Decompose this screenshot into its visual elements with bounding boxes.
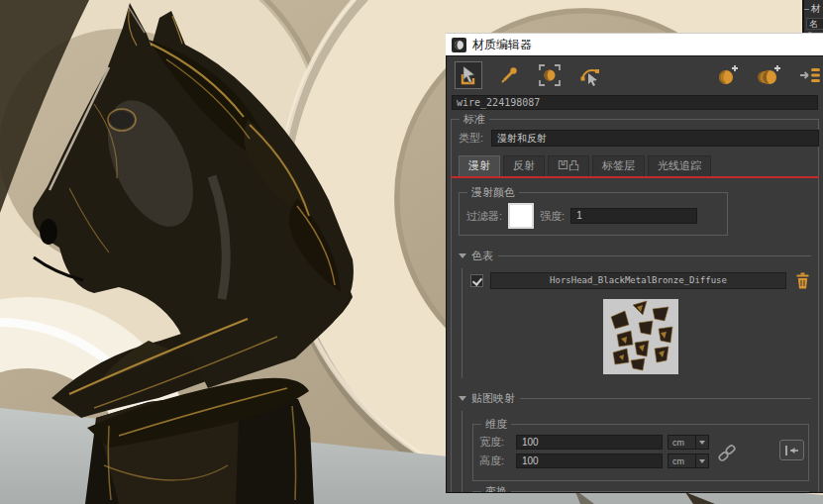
transform-group: 变换 偏移 U: 0 cm — [472, 491, 809, 493]
select-tool-button[interactable] — [455, 61, 482, 89]
right-side-panel-sliver: 材 名 Cu — [802, 0, 823, 33]
type-label: 类型: — [459, 131, 483, 146]
material-editor-window: 材质编辑器 — [446, 33, 823, 493]
sliver-label-3: Cu — [807, 31, 823, 33]
chevron-down-icon — [695, 436, 708, 449]
pick-material-tool-button[interactable] — [536, 61, 564, 89]
intensity-input[interactable]: 1 — [570, 208, 697, 224]
add-multi-material-button[interactable] — [756, 61, 783, 89]
texture-mapping-header[interactable]: 贴图映射 — [459, 391, 811, 406]
window-titlebar[interactable]: 材质编辑器 — [446, 33, 823, 55]
tab-bump[interactable]: 凹凸 — [548, 155, 589, 176]
width-unit-select[interactable]: cm — [668, 435, 709, 450]
aspect-link-toggle[interactable] — [717, 443, 737, 468]
sliver-label-2: 名 — [806, 18, 823, 30]
tab-reflection[interactable]: 反射 — [503, 155, 545, 176]
dimensions-label: 维度 — [481, 417, 511, 432]
texture-thumbnail[interactable] — [603, 299, 678, 374]
height-input[interactable]: 100 — [516, 454, 663, 468]
app-root: 材 名 Cu 材质编辑器 — [0, 0, 823, 504]
material-name-field[interactable]: wire_224198087 — [452, 95, 818, 110]
sliver-label-1: 材 — [811, 2, 821, 16]
height-label: 高度: — [479, 454, 511, 468]
width-input[interactable]: 100 — [516, 435, 663, 450]
diffuse-color-label: 漫射颜色 — [467, 185, 519, 200]
texture-mapping-body: 维度 宽度: 100 cm 高度: 100 — [462, 411, 811, 493]
section-rule — [520, 398, 811, 399]
height-unit-value: cm — [669, 456, 695, 466]
eyedropper-tool-button[interactable] — [495, 61, 523, 89]
diffuse-color-group: 漫射颜色 过滤器: 强度: 1 — [459, 192, 728, 236]
material-type-row: 类型: 漫射和反射 — [459, 130, 811, 147]
dimensions-group: 维度 宽度: 100 cm 高度: 100 — [472, 424, 809, 481]
transform-label: 变换 — [481, 484, 511, 493]
material-editor-body: wire_224198087 标准 类型: 漫射和反射 漫射 反射 凹凸 标签层… — [446, 55, 823, 493]
groupbox-line — [804, 9, 809, 10]
tab-diffuse[interactable]: 漫射 — [459, 155, 500, 176]
height-unit-select[interactable]: cm — [668, 454, 709, 468]
window-title: 材质编辑器 — [472, 37, 532, 53]
reset-mapping-button[interactable] — [779, 440, 804, 460]
texture-name-field[interactable]: HorsHead_BlackMetalBronze_Diffuse — [490, 272, 786, 289]
assign-material-button[interactable] — [796, 61, 823, 89]
edit-nodes-tool-button[interactable] — [576, 61, 604, 89]
tab-raytrace[interactable]: 光线追踪 — [648, 155, 711, 176]
collapse-caret-icon — [459, 253, 466, 258]
filter-color-swatch[interactable] — [508, 203, 534, 229]
standard-group: 标准 类型: 漫射和反射 漫射 反射 凹凸 标签层 光线追踪 漫射颜色 — [451, 119, 819, 493]
color-table-header[interactable]: 色表 — [459, 249, 811, 263]
standard-group-label: 标准 — [460, 112, 489, 127]
material-editor-icon — [452, 38, 466, 52]
color-table-body: HorsHead_BlackMetalBronze_Diffuse — [462, 268, 811, 378]
add-material-button[interactable] — [715, 61, 743, 89]
width-label: 宽度: — [479, 435, 511, 450]
width-unit-value: cm — [669, 438, 695, 448]
tab-label-layer[interactable]: 标签层 — [592, 155, 645, 176]
section-rule — [498, 255, 811, 256]
texture-enabled-checkbox[interactable] — [470, 274, 483, 287]
tab-accent-line — [451, 176, 819, 178]
material-toolbar — [447, 56, 823, 93]
texture-mapping-title: 贴图映射 — [471, 391, 515, 406]
intensity-label: 强度: — [540, 209, 565, 224]
filter-label: 过滤器: — [466, 209, 502, 224]
material-type-select[interactable]: 漫射和反射 — [491, 130, 819, 147]
material-tabs: 漫射 反射 凹凸 标签层 光线追踪 — [459, 155, 811, 176]
collapse-caret-icon — [459, 396, 466, 401]
chevron-down-icon — [695, 454, 708, 467]
color-table-title: 色表 — [471, 249, 493, 263]
delete-texture-button[interactable] — [793, 271, 811, 290]
